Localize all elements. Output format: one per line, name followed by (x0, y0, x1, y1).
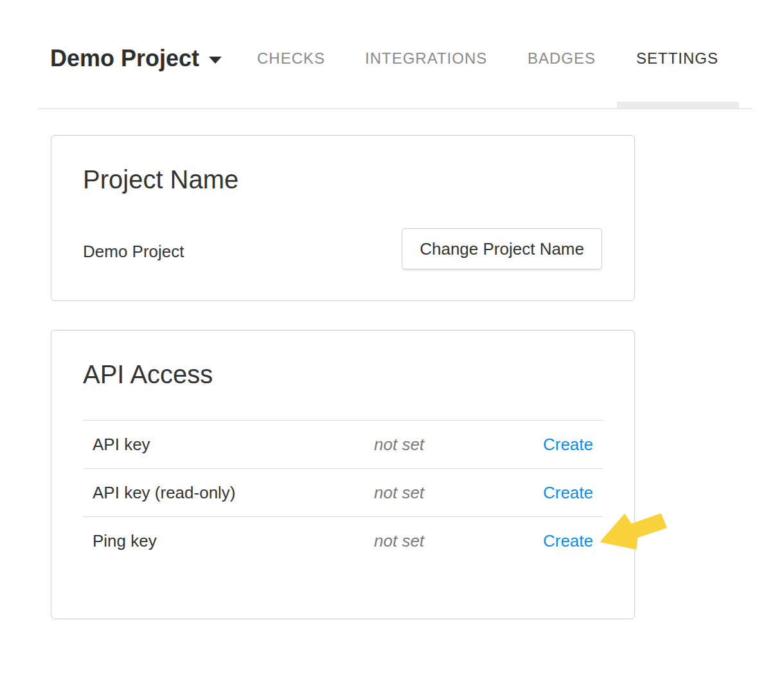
project-settings-page: Demo Project CHECKS INTEGRATIONS BADGES … (0, 0, 784, 681)
project-name-heading: Project Name (83, 165, 238, 194)
create-api-key-readonly-link[interactable]: Create (543, 483, 603, 503)
api-key-readonly-label: API key (read-only) (83, 483, 374, 503)
table-row-api-key-readonly: API key (read-only) not set Create (83, 468, 603, 516)
tab-settings[interactable]: SETTINGS (636, 50, 718, 68)
tab-checks[interactable]: CHECKS (257, 50, 325, 68)
caret-down-icon (209, 57, 222, 64)
current-project-name: Demo Project (83, 231, 184, 272)
project-switcher[interactable]: Demo Project (50, 45, 222, 72)
header-divider (38, 108, 753, 109)
tab-integrations[interactable]: INTEGRATIONS (365, 50, 487, 68)
project-name-card: Project Name Demo Project Change Project… (51, 135, 635, 301)
create-ping-key-link[interactable]: Create (543, 531, 603, 551)
change-project-name-button[interactable]: Change Project Name (402, 228, 602, 269)
create-api-key-link[interactable]: Create (543, 435, 603, 455)
api-key-readonly-value: not set (374, 483, 543, 503)
tab-badges[interactable]: BADGES (528, 50, 596, 68)
api-key-label: API key (83, 435, 374, 455)
table-row-api-key: API key not set Create (83, 420, 603, 468)
api-access-card: API Access API key not set Create API ke… (51, 330, 635, 619)
table-row-ping-key: Ping key not set Create (83, 516, 603, 565)
ping-key-value: not set (374, 531, 543, 551)
api-access-heading: API Access (83, 360, 213, 388)
api-key-value: not set (374, 435, 543, 455)
ping-key-label: Ping key (83, 531, 374, 551)
api-keys-table: API key not set Create API key (read-onl… (83, 420, 603, 565)
project-title-label: Demo Project (50, 45, 199, 71)
